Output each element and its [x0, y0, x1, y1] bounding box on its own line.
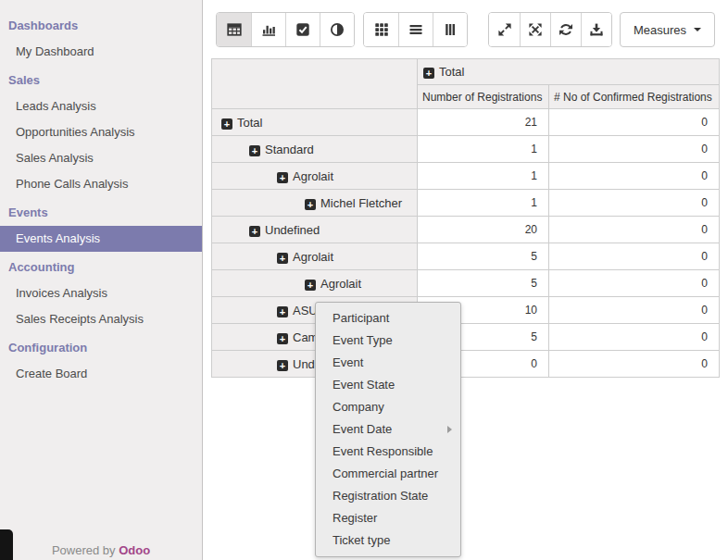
sidebar-item-my-dashboard[interactable]: My Dashboard [0, 39, 202, 65]
menu-item-commercial-partner[interactable]: Commercial partner [316, 463, 460, 485]
expand-plus-icon[interactable]: + [249, 145, 260, 156]
menu-item-event-type[interactable]: Event Type [316, 330, 460, 352]
menu-item-event-state[interactable]: Event State [316, 374, 460, 396]
refresh-button[interactable] [550, 13, 581, 46]
expand-plus-icon[interactable]: + [277, 333, 288, 344]
pivot-row-header-agrolait[interactable]: +Agrolait [212, 243, 418, 270]
expand-plus-icon[interactable]: + [249, 226, 260, 237]
pivot-row-header-total[interactable]: +Total [212, 109, 418, 136]
pivot-row-header-standard[interactable]: +Standard [212, 136, 418, 163]
pivot-row-header-michel-fletcher[interactable]: +Michel Fletcher [212, 190, 418, 217]
menu-item-label: Participant [333, 307, 460, 330]
pivot-value-cell: 0 [549, 297, 720, 324]
pivot-row-label: Undefined [265, 223, 320, 237]
fullscreen-button[interactable] [520, 13, 550, 46]
powered-by-text: Powered by [52, 543, 116, 557]
check-square-button[interactable] [285, 13, 320, 46]
app-window: DashboardsMy DashboardSalesLeads Analysi… [0, 0, 728, 560]
expand-plus-icon[interactable]: + [277, 172, 288, 183]
pivot-row: +ASU100 [212, 297, 720, 324]
pivot-column-header[interactable]: +Total [418, 59, 720, 85]
pivot-value-cell: 0 [549, 243, 720, 270]
pivot-header-row-1: +Total [212, 59, 720, 85]
grid-button[interactable] [364, 13, 398, 46]
pivot-column-header-label: Total [439, 65, 464, 79]
columns-button[interactable] [433, 13, 467, 46]
menu-item-company[interactable]: Company [316, 396, 460, 418]
sidebar-item-opportunities-analysis[interactable]: Opportunities Analysis [0, 119, 202, 145]
menu-item-registration-state[interactable]: Registration State [316, 485, 460, 507]
pivot-row-header-agrolait[interactable]: +Agrolait [212, 270, 418, 297]
odoo-brand-link[interactable]: Odoo [119, 543, 150, 557]
pivot-row: +Total210 [212, 109, 720, 136]
list-icon [408, 22, 423, 37]
expand-plus-icon[interactable]: + [305, 280, 316, 291]
pivot-value-cell: 1 [418, 190, 549, 217]
measures-button[interactable]: Measures [620, 12, 715, 47]
pivot-row-label: Agrolait [293, 250, 333, 264]
caret-down-icon [694, 28, 701, 31]
expand-plus-icon[interactable]: + [277, 360, 288, 371]
expand-button[interactable] [489, 13, 520, 46]
pivot-value-cell: 1 [418, 163, 549, 190]
sidebar-item-create-board[interactable]: Create Board [0, 361, 202, 387]
table-icon [227, 22, 242, 37]
sidebar-nav: DashboardsMy DashboardSalesLeads Analysi… [0, 0, 202, 387]
menu-item-event[interactable]: Event [316, 352, 460, 374]
arrows-icon [528, 22, 543, 37]
menu-item-label: Event State [333, 374, 460, 396]
menu-item-label: Registration State [333, 485, 460, 507]
pivot-row-label: Agrolait [293, 169, 333, 183]
pivot-value-cell: 20 [418, 217, 549, 243]
menu-item-label: Commercial partner [333, 463, 460, 485]
columns-icon [443, 22, 458, 37]
menu-item-event-responsible[interactable]: Event Responsible [316, 441, 460, 463]
sidebar-item-leads-analysis[interactable]: Leads Analysis [0, 93, 202, 119]
toolbar-group-actions [488, 12, 612, 47]
menu-item-participant[interactable]: Participant [316, 307, 460, 330]
pivot-row-header-undefined[interactable]: +Undefined [212, 217, 418, 243]
expand-plus-icon[interactable]: + [423, 68, 434, 79]
pivot-row-label: Total [237, 116, 262, 130]
pivot-row-label: Agrolait [320, 277, 361, 291]
download-button[interactable] [581, 13, 611, 46]
expand-plus-icon[interactable]: + [277, 253, 288, 264]
pivot-value-cell: 5 [418, 243, 549, 270]
sidebar-item-sales-analysis[interactable]: Sales Analysis [0, 145, 202, 171]
menu-item-label: Register [333, 507, 460, 529]
pivot-row-label: ASU [293, 304, 318, 317]
pivot-value-cell: 0 [549, 136, 720, 163]
pivot-row: +Agrolait10 [212, 163, 720, 190]
pivot-row-header-agrolait[interactable]: +Agrolait [212, 163, 418, 190]
sidebar-item-events-analysis[interactable]: Events Analysis [0, 226, 202, 252]
toolbar: Measures [216, 12, 715, 47]
sidebar-item-phone-calls-analysis[interactable]: Phone Calls Analysis [0, 171, 202, 197]
expand-plus-icon[interactable]: + [305, 199, 316, 210]
contrast-button[interactable] [320, 13, 354, 46]
pivot-value-cell: 0 [549, 109, 720, 136]
pivot-corner-cell [212, 59, 418, 109]
pivot-row-label: Und [293, 357, 315, 371]
pivot-value-cell: 21 [418, 109, 549, 136]
sidebar-item-invoices-analysis[interactable]: Invoices Analysis [0, 280, 202, 306]
sidebar-item-sales-receipts-analysis[interactable]: Sales Receipts Analysis [0, 306, 202, 332]
menu-item-label: Ticket type [333, 529, 460, 552]
table-view-button[interactable] [217, 13, 251, 46]
pivot-value-cell: 0 [549, 163, 720, 190]
toolbar-group-view-modes [216, 12, 355, 47]
pivot-value-cell: 0 [549, 190, 720, 217]
pivot-value-cell: 0 [549, 217, 720, 243]
pivot-row: +Michel Fletcher10 [212, 190, 720, 217]
pivot-value-cell: 0 [549, 270, 720, 297]
toolbar-group-layout-options [363, 12, 468, 47]
menu-item-register[interactable]: Register [316, 507, 460, 529]
expand-plus-icon[interactable]: + [277, 306, 288, 317]
menu-item-event-date[interactable]: Event Date [316, 418, 460, 441]
menu-item-ticket-type[interactable]: Ticket type [316, 529, 460, 552]
bar-chart-button[interactable] [251, 13, 285, 46]
pivot-row-label: Standard [265, 143, 314, 156]
expand-plus-icon[interactable]: + [221, 118, 232, 130]
pivot-value-cell: 5 [418, 270, 549, 297]
expand-icon [497, 22, 512, 37]
rows-button[interactable] [398, 13, 433, 46]
